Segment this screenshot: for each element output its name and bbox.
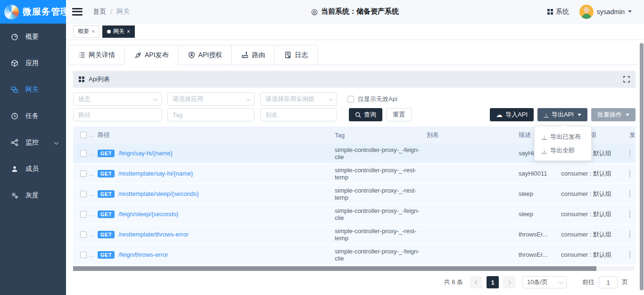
batch-actions-button[interactable]: 批量操作 [591, 108, 636, 121]
publish-toggle[interactable] [629, 169, 630, 177]
system-menu-button[interactable]: 系统 [547, 8, 569, 16]
status-select[interactable]: 状态 [73, 93, 162, 106]
horizontal-scrollbar[interactable] [73, 266, 634, 271]
table-row[interactable]: ... GET/resttemplate/say-hi/{name} simpl… [73, 164, 636, 184]
user-menu-button[interactable]: sysadmin [579, 5, 632, 19]
export-api-button[interactable]: ↓ 导出API [537, 108, 587, 121]
import-api-button[interactable]: ☁ 导入API [490, 108, 534, 121]
cell-group: consumer : 默认组 [561, 190, 629, 198]
menu-item-export-all[interactable]: ↓ 导出全部 [535, 143, 591, 157]
row-checkbox[interactable] [80, 231, 87, 238]
method-badge: GET [98, 251, 115, 259]
path-input[interactable] [73, 108, 162, 121]
row-checkbox[interactable] [80, 150, 87, 157]
sidebar-item-applications[interactable]: 应用 [0, 50, 66, 76]
filter-row-inputs: 查询 重置 ☁ 导入API ↓ 导出API 批量操作 [73, 108, 636, 121]
table-row[interactable]: ... GET/feign/throws-error simple-contro… [73, 245, 636, 265]
table-row[interactable]: ... GET/resttemplate/sleep/{seconds} sim… [73, 184, 636, 204]
sidebar-item-tasks[interactable]: 任务 [0, 103, 66, 129]
vertical-scrollbar[interactable] [639, 40, 644, 295]
goto-page-input[interactable] [599, 276, 618, 288]
page-number-active[interactable]: 1 [487, 276, 499, 288]
select-all-checkbox[interactable] [80, 132, 87, 138]
list-icon [78, 51, 85, 59]
sidebar-item-label: 应用 [25, 59, 39, 67]
instance-group-select[interactable]: 请选择应用实例组 [260, 93, 337, 106]
sidebar-item-monitoring[interactable]: 监控 [0, 129, 66, 156]
table-row[interactable]: ... GET/feign/sleep/{seconds} simple-con… [73, 204, 636, 225]
vertical-scrollbar-thumb[interactable] [640, 43, 644, 290]
api-path-link[interactable]: /feign/throws-error [118, 251, 168, 258]
tab-api-publish[interactable]: API发布 [125, 45, 179, 66]
breadcrumb-home[interactable]: 首页 [93, 8, 106, 16]
router-icon [241, 51, 248, 59]
cell-group: consumer : 默认组 [561, 169, 629, 178]
row-checkbox[interactable] [80, 252, 87, 258]
tab-label: 路由 [252, 51, 265, 59]
sidebar-item-label: 概要 [25, 33, 39, 41]
hamburger-menu-icon[interactable] [72, 8, 83, 16]
current-system-banner: ◎ 当前系统：储备资产系统 [311, 7, 399, 16]
table-row[interactable]: ... GET/resttemplate/throws-error simple… [73, 225, 636, 245]
row-checkbox[interactable] [80, 211, 87, 218]
publish-toggle[interactable] [629, 251, 630, 259]
publish-toggle[interactable] [629, 230, 630, 238]
tag-gateway[interactable]: 网关 × [102, 25, 135, 38]
tags-view-bar: 概要 × 网关 × [66, 24, 644, 40]
tab-logs[interactable]: 日志 [275, 45, 318, 65]
prev-page-button[interactable] [470, 276, 482, 288]
next-page-button[interactable] [503, 276, 515, 288]
fullscreen-icon[interactable] [623, 76, 630, 83]
row-checkbox[interactable] [80, 170, 87, 177]
gateway-icon [11, 86, 18, 93]
horizontal-scrollbar-thumb[interactable] [73, 266, 596, 271]
publish-toggle[interactable] [629, 210, 630, 218]
download-icon: ↓ [542, 148, 547, 153]
col-publish-status: 发布状态 [629, 131, 636, 139]
tab-routes[interactable]: 路由 [232, 45, 275, 65]
row-checkbox[interactable] [80, 191, 87, 197]
tag-overview[interactable]: 概要 × [73, 25, 99, 38]
api-path-link[interactable]: /resttemplate/say-hi/{name} [118, 170, 193, 177]
expand-dots: ... [89, 191, 94, 197]
api-path-link[interactable]: /resttemplate/throws-error [118, 231, 189, 238]
avatar [579, 5, 594, 19]
invalid-api-checkbox-label[interactable]: 仅显示无效Api [347, 95, 397, 103]
page-size-select[interactable]: 10条/页 [522, 276, 567, 288]
close-icon[interactable]: × [127, 29, 130, 34]
api-path-link[interactable]: /feign/sleep/{seconds} [118, 211, 178, 218]
brand-swirl-icon [4, 5, 19, 19]
close-icon[interactable]: × [91, 29, 95, 34]
reset-button[interactable]: 重置 [386, 108, 412, 121]
panel-title: Api列表 [89, 75, 110, 84]
tab-gateway-detail[interactable]: 网关详情 [68, 45, 125, 65]
chevron-down-icon [559, 279, 563, 284]
sidebar-item-members[interactable]: 成员 [0, 156, 66, 182]
cell-tag: simple-controller-proxy-_-feign-clie [335, 207, 427, 221]
api-path-link[interactable]: /feign/say-hi/{name} [118, 150, 173, 157]
application-select[interactable]: 请选择应用 [167, 93, 255, 106]
publish-toggle[interactable] [629, 149, 630, 157]
checkbox[interactable] [347, 96, 354, 102]
api-path-link[interactable]: /resttemplate/sleep/{seconds} [118, 190, 199, 197]
sidebar-item-gray-release[interactable]: 灰度 [0, 182, 66, 209]
chevron-down-icon [628, 10, 632, 13]
tab-api-auth[interactable]: API授权 [179, 45, 232, 65]
alias-input[interactable] [260, 108, 337, 121]
sidebar-item-label: 任务 [25, 112, 39, 120]
search-button-label: 查询 [364, 110, 376, 119]
publish-toggle[interactable] [629, 190, 630, 198]
sidebar-item-gateway[interactable]: 网关 [0, 76, 66, 103]
username: sysadmin [597, 8, 625, 16]
caret-down-icon [626, 114, 629, 116]
target-icon: ◎ [311, 7, 318, 16]
cloud-upload-icon: ☁ [496, 111, 503, 118]
brand-title: 微服务管理 [23, 6, 70, 18]
search-button[interactable]: 查询 [349, 108, 382, 121]
sidebar-item-overview[interactable]: 概要 [0, 24, 66, 50]
cell-tag: simple-controller-proxy-_-feign-clie [335, 248, 427, 262]
export-api-label: 导出API [552, 110, 574, 119]
reset-button-label: 重置 [393, 110, 405, 119]
menu-item-export-published[interactable]: ↓ 导出已发布 [535, 130, 591, 143]
tag-input[interactable] [167, 108, 255, 121]
